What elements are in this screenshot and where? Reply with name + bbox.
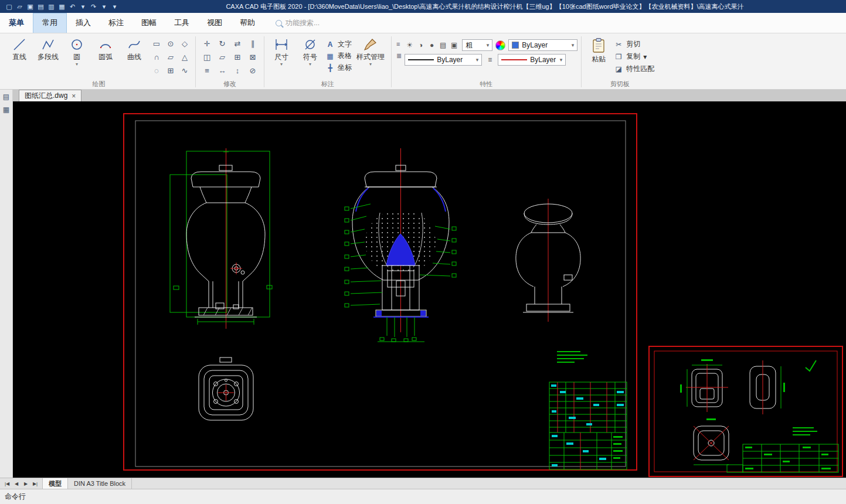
modify-grid-icon-6[interactable]: ⊞ (230, 50, 245, 64)
save-as-icon[interactable]: ▥ (47, 3, 56, 11)
draw-grid-icon-2[interactable]: ◇ (178, 37, 192, 50)
symbol-button[interactable]: 符号 ▾ (297, 36, 324, 66)
color-wheel-icon[interactable] (495, 40, 505, 50)
draw-grid-icon-4[interactable]: ▱ (164, 50, 178, 64)
linetype-dropdown[interactable]: ByLayer ▾ (405, 54, 482, 66)
sheet-tab-模型[interactable]: 模型 (42, 478, 68, 489)
side-view[interactable] (516, 199, 580, 322)
grid-panel-icon[interactable]: ▦ (3, 105, 9, 114)
sheet-nav-3[interactable]: ▶| (30, 481, 40, 486)
modify-grid-icon-9[interactable]: ↔ (215, 64, 230, 77)
customize-toolbar-icon[interactable]: ▾ (110, 3, 119, 11)
menu-tab-图幅[interactable]: 图幅 (132, 13, 165, 33)
tool-arc-button[interactable]: 圆弧 (92, 36, 119, 62)
sheet-tab-DIN A3 Title Block[interactable]: DIN A3 Title Block (68, 478, 132, 489)
modify-grid-icon-2[interactable]: ⇄ (230, 37, 245, 50)
open-icon[interactable]: ▱ (15, 3, 24, 11)
command-line[interactable]: 命令行 (0, 489, 846, 504)
undo-dropdown-icon[interactable]: ▾ (79, 3, 87, 11)
modify-icon-grid: ✛↻⇄∥◫▱⊞⊠≡↔↕⊘ (199, 37, 260, 77)
tool-circle-button[interactable]: 圆 ▾ (63, 36, 90, 66)
titlebar: ▢▱▣▤▥▦↶▾↷▾▾ CAXA CAD 电子图板 2020 - [D:\360… (0, 0, 846, 13)
menu-tab-帮助[interactable]: 帮助 (231, 13, 264, 33)
menu-tab-常用[interactable]: 常用 (33, 13, 67, 33)
modify-grid-icon-0[interactable]: ✛ (199, 37, 215, 50)
menu-tab-菜单[interactable]: 菜单 (0, 13, 33, 33)
half-circle-icon[interactable]: ◑ (416, 41, 426, 49)
second-sheet[interactable] (649, 346, 842, 476)
dimension-icon (274, 38, 289, 52)
props-small-icons: ☀◑●▤▣ (405, 41, 459, 49)
document-tab[interactable]: 图纸汇总.dwg × (19, 90, 81, 101)
color-dropdown[interactable]: ByLayer ▾ (498, 54, 566, 66)
modify-grid-icon-3[interactable]: ∥ (245, 37, 260, 50)
draw-grid-icon-8[interactable]: ∿ (178, 64, 192, 77)
sheet-nav-2[interactable]: ▶ (21, 481, 30, 486)
list-icon[interactable]: ≡ (485, 56, 495, 64)
front-view[interactable] (170, 148, 272, 329)
draw-grid-icon-3[interactable]: ∩ (150, 50, 164, 64)
menu-tab-插入[interactable]: 插入 (67, 13, 100, 33)
menu-lines-icon[interactable]: ≡ (396, 40, 402, 47)
text-button[interactable]: A 文字 (325, 39, 352, 49)
cad-drawing (13, 101, 846, 478)
modify-grid-icon-10[interactable]: ↕ (230, 64, 245, 77)
sheet-nav-1[interactable]: ◀ (12, 481, 21, 486)
coordinate-icon: ╋ (325, 64, 335, 72)
linewidth-dropdown[interactable]: 粗 ▾ (462, 39, 492, 51)
draw-grid-icon-1[interactable]: ⊙ (164, 37, 178, 50)
modify-grid-icon-11[interactable]: ⊘ (245, 64, 260, 77)
new-icon[interactable]: ▢ (5, 3, 13, 11)
modify-grid-icon-7[interactable]: ⊠ (245, 50, 260, 64)
plot-preview-icon[interactable]: ▤ (36, 3, 45, 11)
tool-label: 曲线 (127, 52, 141, 62)
copy-button[interactable]: ❐ 复制 ▾ (614, 52, 654, 62)
redo-icon[interactable]: ↷ (89, 3, 98, 11)
menu-lines-icon-2[interactable]: ≣ (396, 52, 402, 60)
modify-grid-icon-4[interactable]: ◫ (199, 50, 215, 64)
section-view[interactable] (345, 148, 456, 342)
drawing-canvas[interactable] (13, 101, 846, 478)
modify-grid-icon-5[interactable]: ▱ (215, 50, 230, 64)
draw-grid-icon-6[interactable]: ◌ (150, 64, 164, 77)
top-view[interactable] (199, 357, 253, 420)
draw-grid-icon-5[interactable]: △ (178, 50, 192, 64)
menu-tab-工具[interactable]: 工具 (165, 13, 198, 33)
modify-grid-icon-8[interactable]: ≡ (199, 64, 215, 77)
tool-line-button[interactable]: 直线 (6, 36, 33, 62)
redo-dropdown-icon[interactable]: ▾ (100, 3, 108, 11)
draw-grid-icon-7[interactable]: ⊞ (164, 64, 178, 77)
dot-icon[interactable]: ● (427, 41, 437, 49)
tool-label: 样式管理 (356, 52, 385, 62)
tool-label: 圆弧 (98, 52, 113, 62)
close-icon[interactable]: × (72, 92, 76, 100)
layout-panel-icon[interactable]: ▤ (3, 93, 9, 101)
match-properties-button[interactable]: ◪ 特性匹配 (614, 64, 654, 74)
tool-spline-button[interactable]: 曲线 (121, 36, 148, 62)
paste-button[interactable]: 粘贴 (585, 36, 612, 64)
layer-dropdown[interactable]: ByLayer ▾ (508, 39, 577, 51)
rows-icon[interactable]: ▤ (438, 41, 448, 49)
title-block[interactable] (549, 382, 627, 469)
square-icon[interactable]: ▣ (449, 41, 459, 49)
function-search[interactable]: 功能搜索... (276, 13, 320, 33)
tool-polyline-button[interactable]: 多段线 (35, 36, 62, 62)
print-icon[interactable]: ▦ (57, 3, 66, 11)
menu-tab-视图[interactable]: 视图 (198, 13, 231, 33)
coordinate-button[interactable]: ╋ 坐标 (325, 63, 352, 73)
cut-button[interactable]: ✂ 剪切 (614, 39, 654, 49)
save-icon[interactable]: ▣ (26, 3, 35, 11)
style-manager-button[interactable]: 样式管理 ▾ (354, 36, 388, 66)
undo-icon[interactable]: ↶ (68, 3, 77, 11)
draw-grid-icon-0[interactable]: ▭ (150, 37, 164, 50)
sun-icon[interactable]: ☀ (405, 41, 414, 49)
table-button[interactable]: ▦ 表格 (325, 51, 352, 61)
sheet-nav-0[interactable]: |◀ (2, 481, 12, 486)
tool-label: 多段线 (38, 52, 59, 62)
modify-grid-icon-1[interactable]: ↻ (215, 37, 230, 50)
menu-tab-标注[interactable]: 标注 (100, 13, 132, 33)
layer-value: ByLayer (522, 41, 548, 49)
tool-label: 尺寸 (274, 52, 288, 62)
circle-icon (70, 38, 84, 52)
dimension-button[interactable]: 尺寸 ▾ (268, 36, 295, 66)
